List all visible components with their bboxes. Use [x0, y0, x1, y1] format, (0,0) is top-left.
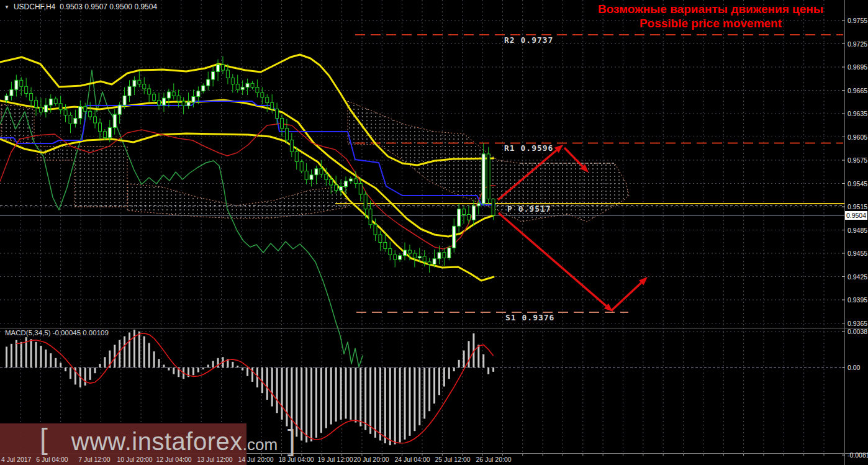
time-tick-label: 24 Jul 04:00 [394, 456, 430, 463]
level-label-s1: S1 0.9376 [505, 313, 554, 322]
price-tick-label: 0.9545 [848, 180, 867, 187]
price-tick-label: 0.9575 [848, 156, 867, 164]
macd-tick-label: -0.00817 [848, 451, 868, 459]
price-tick-label: 0.9725 [848, 40, 867, 48]
time-tick-label: 10 Jul 20:00 [117, 456, 152, 463]
symbol-dropdown-icon[interactable]: ▼ [4, 4, 9, 10]
time-tick-label: 26 Jul 20:00 [476, 456, 511, 463]
price-tick-label: 0.9635 [848, 110, 867, 117]
watermark-domain: www.instaforex [71, 428, 243, 456]
analyst-annotation: Возможные варианты движения цены Possibl… [598, 2, 823, 30]
time-tick-label: 25 Jul 12:00 [435, 456, 470, 463]
current-price-tag: 0.9504 [845, 211, 867, 220]
price-tick-label: 0.9695 [848, 63, 867, 71]
price-tick-label: 0.9485 [848, 227, 867, 234]
chart-window: ▼ USDCHF,H4 0.9503 0.9507 0.9500 0.9504 … [0, 0, 868, 465]
time-tick-label: 19 Jul 12:00 [317, 456, 353, 463]
chart-title: ▼ USDCHF,H4 0.9503 0.9507 0.9500 0.9504 [4, 2, 157, 11]
time-tick-label: 18 Jul 04:00 [278, 456, 314, 463]
time-tick-label: 6 Jul 04:00 [36, 456, 68, 463]
price-tick-label: 0.9605 [848, 133, 867, 141]
chikou-span-line [0, 70, 363, 367]
time-tick-label: 14 Jul 20:00 [238, 456, 273, 463]
macd-tick-label: 0.00 [848, 364, 860, 371]
macd-tick-label: 0.0038 [848, 328, 867, 335]
time-tick-label: 7 Jul 12:00 [78, 456, 110, 463]
price-tick-label: 0.9425 [848, 273, 867, 281]
price-tick-label: 0.9365 [848, 320, 867, 327]
time-tick-label: 12 Jul 04:00 [156, 456, 191, 463]
symbol-period-label: USDCHF,H4 [14, 2, 55, 11]
price-tick-label: 0.9515 [848, 203, 867, 210]
level-label-p: P 0.9517 [507, 204, 551, 214]
price-tick-label: 0.9665 [848, 87, 867, 94]
time-tick-label: 4 Jul 2017 [1, 456, 31, 463]
watermark-tld: .com [243, 435, 278, 454]
macd-indicator-label: MACD(5,34,5) -0.00045 0.00109 [5, 329, 109, 336]
annotation-line-en: Possible price movement [598, 16, 823, 30]
watermark-bracket-right: ] [287, 423, 296, 457]
level-label-r1: R1 0.9596 [504, 143, 553, 153]
price-tick-label: 0.9455 [848, 250, 867, 257]
annotation-line-ru: Возможные варианты движения цены [598, 2, 823, 16]
watermark-bracket-left: [ [40, 422, 48, 456]
level-label-r2: R2 0.9737 [504, 35, 553, 45]
time-tick-label: 20 Jul 20:00 [353, 456, 389, 463]
time-tick-label: 13 Jul 12:00 [197, 456, 232, 463]
grid [0, 0, 844, 453]
price-tick-label: 0.9395 [848, 296, 867, 304]
chart-canvas[interactable] [0, 0, 868, 465]
price-tick-label: 0.9755 [848, 17, 867, 24]
ohlc-quote-label: 0.9503 0.9507 0.9500 0.9504 [60, 2, 157, 11]
